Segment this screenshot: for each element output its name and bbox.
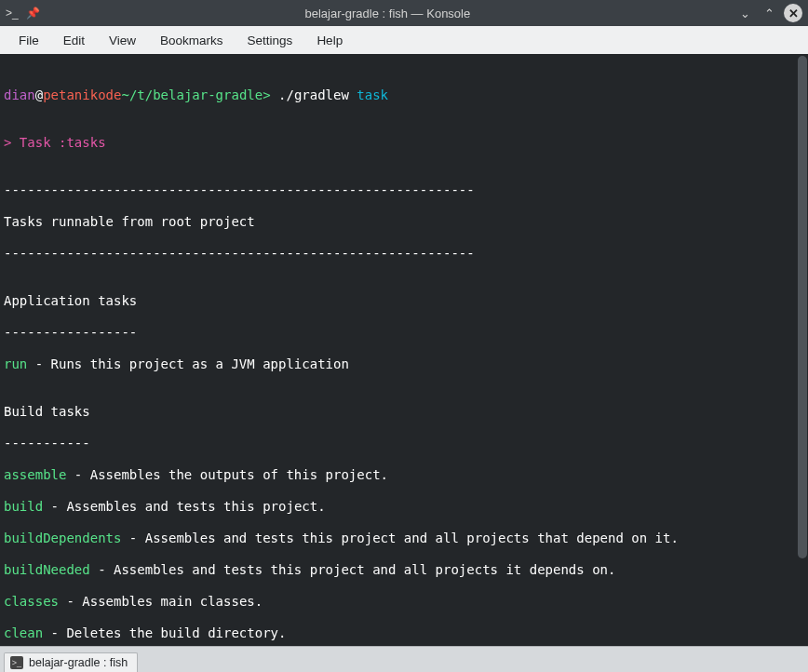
terminal-line: > Task :tasks	[4, 135, 804, 151]
terminal-line: ----------------------------------------…	[4, 246, 804, 262]
prompt-host: petanikode	[43, 87, 121, 102]
task-builddependents-desc: - Assembles and tests this project and a…	[121, 531, 678, 545]
prompt-path: ~/t/belajar-gradle	[121, 87, 263, 102]
terminal[interactable]: dian@petanikode~/t/belajar-gradle> ./gra…	[0, 54, 808, 646]
task-build: build	[4, 499, 43, 514]
terminal-line: clean - Deletes the build directory.	[4, 625, 804, 641]
task-classes-desc: - Assembles main classes.	[59, 594, 263, 609]
task-run: run	[4, 356, 27, 371]
task-classes: classes	[4, 594, 59, 609]
titlebar: >_ 📌 belajar-gradle : fish — Konsole ⌄ ⌃…	[0, 0, 808, 26]
minimize-button[interactable]: ⌄	[735, 4, 754, 22]
terminal-line: -----------------	[4, 325, 804, 341]
task-build-desc: - Assembles and tests this project.	[43, 499, 325, 514]
task-assemble-desc: - Assembles the outputs of this project.	[66, 467, 388, 482]
menu-help[interactable]: Help	[305, 30, 354, 51]
command-gradlew: ./gradlew	[271, 87, 357, 102]
terminal-line: -----------	[4, 436, 804, 451]
tabbar: >_ belajar-gradle : fish	[0, 646, 808, 672]
prompt-at: @	[35, 87, 43, 102]
close-button[interactable]: ✕	[784, 4, 802, 22]
prompt-user: dian	[4, 87, 35, 102]
task-builddependents: buildDependents	[4, 531, 121, 545]
prompt-gt: >	[263, 87, 270, 102]
terminal-line: assemble - Assembles the outputs of this…	[4, 467, 804, 483]
terminal-line: buildDependents - Assembles and tests th…	[4, 531, 804, 546]
task-buildneeded: buildNeeded	[4, 562, 90, 577]
terminal-line: run - Runs this project as a JVM applica…	[4, 356, 804, 372]
terminal-line: buildNeeded - Assembles and tests this p…	[4, 562, 804, 578]
tab-belajar-gradle[interactable]: >_ belajar-gradle : fish	[4, 652, 138, 672]
task-run-desc: - Runs this project as a JVM application	[27, 356, 349, 371]
terminal-line: ----------------------------------------…	[4, 182, 804, 198]
section-application-tasks: Application tasks	[4, 293, 804, 309]
terminal-icon: >_	[10, 656, 23, 669]
tab-label: belajar-gradle : fish	[29, 656, 128, 669]
command-arg: task	[357, 87, 388, 102]
task-assemble: assemble	[4, 467, 66, 482]
terminal-line: Tasks runnable from root project	[4, 214, 804, 230]
section-build-tasks: Build tasks	[4, 404, 804, 420]
terminal-line: classes - Assembles main classes.	[4, 594, 804, 610]
prompt-line: dian@petanikode~/t/belajar-gradle> ./gra…	[4, 87, 804, 103]
scrollbar[interactable]	[798, 56, 807, 558]
menu-view[interactable]: View	[98, 30, 147, 51]
pin-icon[interactable]: 📌	[26, 7, 40, 20]
menubar: File Edit View Bookmarks Settings Help	[0, 26, 808, 54]
menu-bookmarks[interactable]: Bookmarks	[149, 30, 235, 51]
task-header: > Task :tasks	[4, 135, 106, 150]
menu-settings[interactable]: Settings	[236, 30, 304, 51]
task-clean: clean	[4, 625, 43, 640]
app-icon: >_	[6, 7, 19, 20]
menu-file[interactable]: File	[7, 30, 50, 51]
window-title: belajar-gradle : fish — Konsole	[40, 7, 735, 20]
task-buildneeded-desc: - Assembles and tests this project and a…	[90, 562, 616, 577]
maximize-button[interactable]: ⌃	[760, 4, 778, 22]
terminal-line: build - Assembles and tests this project…	[4, 499, 804, 515]
task-clean-desc: - Deletes the build directory.	[43, 625, 286, 640]
menu-edit[interactable]: Edit	[52, 30, 96, 51]
